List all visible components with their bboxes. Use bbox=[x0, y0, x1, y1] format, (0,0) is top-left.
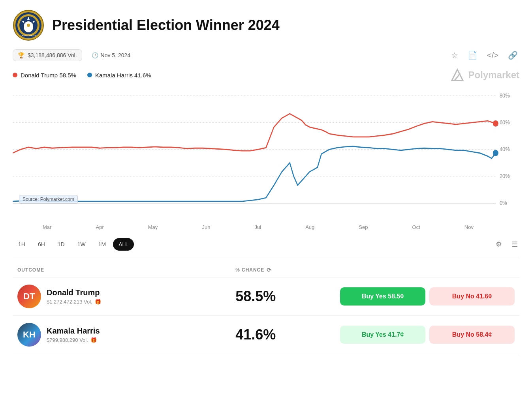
time-button-group: 1H 6H 1D 1W 1M ALL bbox=[13, 238, 134, 251]
date-value: Nov 5, 2024 bbox=[101, 52, 131, 58]
x-label-sep: Sep bbox=[359, 224, 368, 230]
svg-text:0%: 0% bbox=[500, 199, 507, 206]
harris-dot bbox=[87, 73, 92, 77]
harris-buy-yes-button[interactable]: Buy Yes 41.7¢ bbox=[340, 326, 425, 344]
svg-text:UNITED STATES: UNITED STATES bbox=[21, 34, 37, 37]
svg-point-23 bbox=[493, 150, 498, 156]
date-badge: 🕐 Nov 5, 2024 bbox=[92, 52, 131, 58]
gift-icon: 🎁 bbox=[95, 299, 101, 305]
time-controls: 1H 6H 1D 1W 1M ALL ⚙ ☰ bbox=[13, 238, 519, 257]
harris-volume: $799,988,290 Vol. 🎁 bbox=[47, 337, 100, 343]
harris-details: Kamala Harris $799,988,290 Vol. 🎁 bbox=[47, 326, 100, 343]
volume-value: $3,188,486,886 Vol. bbox=[28, 52, 77, 58]
link-button[interactable]: 🔗 bbox=[506, 49, 519, 62]
polymarket-brand: Polymarket bbox=[450, 68, 519, 82]
svg-point-22 bbox=[493, 120, 498, 127]
trump-legend-label: Donald Trump 58.5% bbox=[21, 72, 76, 79]
legend-items: Donald Trump 58.5% Kamala Harris 41.6% bbox=[13, 72, 151, 79]
x-label-may: May bbox=[148, 224, 158, 230]
code-button[interactable]: </> bbox=[485, 49, 500, 62]
svg-text:20%: 20% bbox=[500, 172, 510, 179]
outcome-header: OUTCOME bbox=[17, 267, 235, 273]
document-button[interactable]: 📄 bbox=[466, 49, 479, 62]
harris-candidate-info: KH Kamala Harris $799,988,290 Vol. 🎁 bbox=[17, 323, 235, 347]
harris-buy-no-button[interactable]: Buy No 58.4¢ bbox=[429, 326, 515, 344]
svg-text:40%: 40% bbox=[500, 146, 510, 152]
harris-legend: Kamala Harris 41.6% bbox=[87, 72, 151, 79]
harris-avatar: KH bbox=[17, 323, 41, 347]
x-label-nov: Nov bbox=[464, 224, 474, 230]
trump-chance: 58.5% bbox=[235, 288, 340, 305]
presidential-seal-icon: UNITED STATES bbox=[13, 9, 44, 41]
x-label-aug: Aug bbox=[305, 224, 314, 230]
refresh-icon[interactable]: ⟳ bbox=[267, 267, 272, 273]
svg-point-8 bbox=[27, 24, 30, 27]
polymarket-logo-icon bbox=[450, 68, 464, 82]
trump-legend: Donald Trump 58.5% bbox=[13, 72, 76, 79]
x-label-apr: Apr bbox=[96, 224, 103, 230]
filter-icon[interactable]: ⚙ bbox=[494, 238, 504, 250]
trump-dot bbox=[13, 73, 17, 77]
x-label-jun: Jun bbox=[202, 224, 210, 230]
gift-icon-harris: 🎁 bbox=[90, 337, 97, 343]
time-btn-1h[interactable]: 1H bbox=[13, 238, 31, 251]
trump-candidate-info: DT Donald Trump $1,272,472,213 Vol. 🎁 bbox=[17, 285, 235, 308]
chart-settings: ⚙ ☰ bbox=[494, 238, 519, 250]
time-btn-all[interactable]: ALL bbox=[113, 238, 134, 251]
trump-details: Donald Trump $1,272,472,213 Vol. 🎁 bbox=[47, 288, 101, 305]
trophy-icon: 🏆 bbox=[18, 52, 24, 58]
time-btn-1w[interactable]: 1W bbox=[72, 238, 91, 251]
trump-buy-yes-button[interactable]: Buy Yes 58.5¢ bbox=[340, 287, 425, 306]
settings-icon[interactable]: ☰ bbox=[510, 238, 519, 250]
table-row-harris: KH Kamala Harris $799,988,290 Vol. 🎁 41.… bbox=[13, 316, 519, 354]
x-label-mar: Mar bbox=[43, 224, 51, 230]
page-header: UNITED STATES Presidential Election Winn… bbox=[13, 9, 519, 41]
legend-row: Donald Trump 58.5% Kamala Harris 41.6% P… bbox=[13, 68, 519, 82]
meta-row: 🏆 $3,188,486,886 Vol. 🕐 Nov 5, 2024 ☆ 📄 … bbox=[13, 49, 519, 62]
star-button[interactable]: ☆ bbox=[449, 49, 460, 62]
volume-badge: 🏆 $3,188,486,886 Vol. bbox=[13, 49, 82, 61]
trump-buy-no-button[interactable]: Buy No 41.6¢ bbox=[429, 287, 515, 306]
time-btn-1d[interactable]: 1D bbox=[52, 238, 70, 251]
time-btn-1m[interactable]: 1M bbox=[93, 238, 111, 251]
chart-svg: 80% 60% 40% 20% 0% bbox=[13, 87, 519, 221]
chance-header: % CHANCE ⟳ bbox=[235, 267, 340, 273]
price-chart: 80% 60% 40% 20% 0% Source: Polymarket.co… bbox=[13, 87, 519, 221]
trump-avatar: DT bbox=[17, 285, 41, 308]
harris-chance: 41.6% bbox=[235, 326, 340, 343]
svg-marker-10 bbox=[452, 69, 463, 81]
svg-text:60%: 60% bbox=[500, 119, 510, 126]
trump-volume: $1,272,472,213 Vol. 🎁 bbox=[47, 299, 101, 305]
polymarket-label: Polymarket bbox=[468, 69, 519, 81]
x-label-oct: Oct bbox=[412, 224, 420, 230]
clock-icon: 🕐 bbox=[92, 52, 98, 58]
table-header: OUTCOME % CHANCE ⟳ bbox=[13, 267, 519, 277]
time-btn-6h[interactable]: 6H bbox=[32, 238, 51, 251]
harris-actions: Buy Yes 41.7¢ Buy No 58.4¢ bbox=[340, 326, 515, 344]
x-axis: Mar Apr May Jun Jul Aug Sep Oct Nov bbox=[13, 224, 519, 230]
page-title: Presidential Election Winner 2024 bbox=[52, 17, 280, 34]
svg-text:80%: 80% bbox=[500, 92, 510, 99]
trump-actions: Buy Yes 58.5¢ Buy No 41.6¢ bbox=[340, 287, 515, 306]
trump-name: Donald Trump bbox=[47, 288, 101, 297]
harris-name: Kamala Harris bbox=[47, 326, 100, 336]
harris-legend-label: Kamala Harris 41.6% bbox=[95, 72, 151, 79]
source-label: Source: Polymarket.com bbox=[19, 195, 78, 204]
table-row-trump: DT Donald Trump $1,272,472,213 Vol. 🎁 58… bbox=[13, 277, 519, 316]
x-label-jul: Jul bbox=[254, 224, 261, 230]
action-icons: ☆ 📄 </> 🔗 bbox=[449, 49, 519, 62]
